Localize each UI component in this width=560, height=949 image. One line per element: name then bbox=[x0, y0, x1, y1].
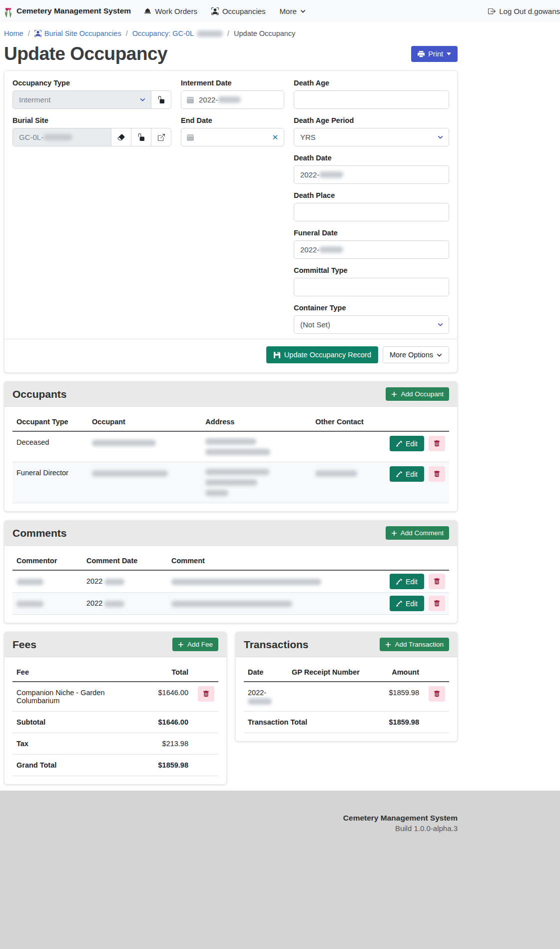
occupancy-form-card: Occupancy Type Interment bbox=[4, 70, 458, 373]
edit-occupant-button[interactable]: Edit bbox=[390, 436, 424, 451]
redacted-text bbox=[43, 134, 72, 140]
edit-comment-button[interactable]: Edit bbox=[390, 596, 424, 611]
tax-label: Tax bbox=[12, 733, 146, 755]
occupants-card: Occupants Add Occupant Occupant Type Occ… bbox=[4, 381, 458, 512]
redacted-text bbox=[104, 579, 124, 585]
burial-site-unlock-button[interactable] bbox=[131, 128, 151, 146]
comment-date-cell: 2022 bbox=[82, 593, 167, 615]
death-age-label: Death Age bbox=[294, 79, 449, 87]
print-button[interactable]: Print bbox=[411, 46, 458, 62]
end-date-input[interactable]: ✕ bbox=[181, 128, 284, 146]
death-age-period-select[interactable]: YRS bbox=[294, 128, 449, 146]
add-transaction-label: Add Transaction bbox=[395, 641, 444, 648]
add-occupant-label: Add Occupant bbox=[401, 390, 444, 398]
add-comment-button[interactable]: Add Comment bbox=[386, 526, 449, 540]
fees-table: Fee Total Companion Niche - Garden Colum… bbox=[12, 663, 218, 776]
nav-logout-label: Log Out d.gowans bbox=[499, 7, 560, 15]
plus-icon bbox=[391, 530, 397, 536]
funeral-date-input[interactable]: 2022- bbox=[294, 240, 449, 259]
death-age-input[interactable] bbox=[294, 90, 449, 109]
comment-cell bbox=[167, 593, 386, 615]
occupancy-type-unlock-button[interactable] bbox=[151, 90, 171, 109]
container-type-select[interactable]: (Not Set) bbox=[294, 315, 449, 334]
nav-work-orders[interactable]: Work Orders bbox=[144, 7, 197, 15]
add-comment-label: Add Comment bbox=[401, 529, 444, 537]
death-place-label: Death Place bbox=[294, 191, 449, 199]
add-fee-button[interactable]: Add Fee bbox=[172, 638, 218, 651]
interment-date-input[interactable]: 2022- bbox=[181, 90, 284, 109]
occupant-cell bbox=[88, 462, 201, 503]
grand-total-label: Grand Total bbox=[12, 755, 146, 776]
fee-total-cell: $1646.00 bbox=[146, 682, 192, 712]
redacted-text bbox=[205, 438, 256, 445]
unlock-icon bbox=[137, 133, 145, 141]
chevron-down-icon bbox=[438, 322, 443, 327]
burial-site-clear-button[interactable] bbox=[111, 128, 131, 146]
more-options-button[interactable]: More Options bbox=[383, 346, 449, 363]
delete-occupant-button[interactable] bbox=[429, 466, 445, 482]
burial-site-open-button[interactable] bbox=[151, 128, 171, 146]
delete-fee-button[interactable] bbox=[198, 686, 214, 702]
edit-occupant-button[interactable]: Edit bbox=[390, 466, 424, 482]
transactions-table: Date GP Receipt Number Amount 2022- $185… bbox=[244, 663, 449, 733]
edit-comment-label: Edit bbox=[406, 578, 418, 586]
app-brand-label: Cemetery Management System bbox=[16, 6, 131, 15]
burial-site-input[interactable]: GC-0L- bbox=[12, 128, 111, 146]
committal-type-input[interactable] bbox=[294, 278, 449, 296]
table-row: Tax $213.98 bbox=[12, 733, 218, 755]
table-row: Transaction Total $1859.98 bbox=[244, 712, 449, 733]
plus-icon bbox=[385, 642, 391, 648]
add-occupant-button[interactable]: Add Occupant bbox=[386, 387, 449, 401]
breadcrumb-separator: / bbox=[227, 29, 229, 37]
chevron-down-icon bbox=[437, 352, 442, 358]
plus-icon bbox=[178, 642, 184, 648]
page-footer: Cemetery Management System Build 1.0.0-a… bbox=[0, 791, 560, 949]
comments-title: Comments bbox=[12, 527, 67, 539]
occupant-type-cell: Deceased bbox=[12, 431, 88, 462]
nav-logout[interactable]: Log Out d.gowans bbox=[488, 7, 560, 15]
nav-more[interactable]: More bbox=[280, 7, 306, 15]
trash-icon bbox=[434, 578, 440, 585]
table-row: Companion Niche - Garden Columbarium $16… bbox=[12, 682, 218, 712]
column-header: Comment bbox=[167, 552, 386, 570]
save-icon bbox=[273, 351, 281, 359]
edit-comment-button[interactable]: Edit bbox=[390, 574, 424, 589]
column-header: Occupant bbox=[88, 413, 201, 431]
breadcrumb-current: Update Occupancy bbox=[234, 29, 295, 37]
address-cell bbox=[201, 462, 311, 503]
delete-comment-button[interactable] bbox=[429, 574, 445, 589]
column-header: Comment Date bbox=[82, 552, 167, 570]
app-brand[interactable]: Cemetery Management System bbox=[4, 5, 131, 17]
subtotal-value: $1646.00 bbox=[146, 712, 192, 733]
death-place-input[interactable] bbox=[294, 203, 449, 221]
death-date-value: 2022- bbox=[300, 170, 319, 179]
column-header: Address bbox=[201, 413, 311, 431]
add-transaction-button[interactable]: Add Transaction bbox=[380, 638, 449, 651]
column-header: Fee bbox=[12, 663, 146, 682]
pencil-icon bbox=[396, 601, 402, 607]
funeral-date-value: 2022- bbox=[300, 245, 319, 254]
delete-transaction-button[interactable] bbox=[429, 686, 445, 702]
end-date-clear-icon[interactable]: ✕ bbox=[272, 133, 278, 142]
calendar-icon bbox=[187, 96, 194, 103]
redacted-text bbox=[92, 470, 168, 477]
column-header: Total bbox=[146, 663, 192, 682]
redacted-text bbox=[315, 470, 357, 477]
occupancy-type-select[interactable]: Interment bbox=[12, 90, 151, 109]
delete-occupant-button[interactable] bbox=[429, 436, 445, 451]
nav-occupancies[interactable]: Occupancies bbox=[211, 7, 266, 15]
update-occupancy-record-button[interactable]: Update Occupancy Record bbox=[266, 346, 378, 363]
grand-total-value: $1859.98 bbox=[146, 755, 192, 776]
breadcrumb-burial-site-occupancies[interactable]: Burial Site Occupancies bbox=[34, 29, 121, 37]
eraser-icon bbox=[117, 133, 125, 141]
death-date-input[interactable]: 2022- bbox=[294, 165, 449, 184]
delete-comment-button[interactable] bbox=[429, 596, 445, 611]
occupant-type-cell: Funeral Director bbox=[12, 462, 88, 503]
comments-card: Comments Add Comment Commentor Comment D… bbox=[4, 520, 458, 623]
calendar-icon bbox=[187, 134, 194, 141]
burial-site-label: Burial Site bbox=[12, 116, 171, 124]
breadcrumb-home[interactable]: Home bbox=[4, 29, 23, 37]
redacted-text bbox=[205, 479, 257, 486]
table-row: Grand Total $1859.98 bbox=[12, 755, 218, 776]
breadcrumb-occupancy[interactable]: Occupancy: GC-0L bbox=[132, 29, 223, 37]
